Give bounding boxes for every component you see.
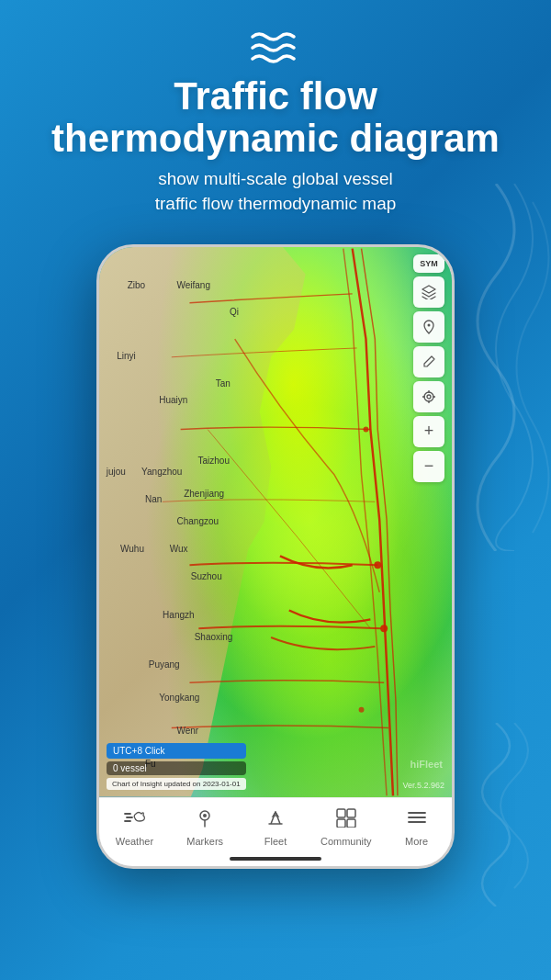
svg-point-0 [364,426,369,432]
wave-icon [248,28,303,68]
svg-rect-16 [337,809,345,817]
layers-button[interactable] [413,276,444,308]
location-button[interactable] [413,311,444,343]
city-weifang: Weifang [176,280,210,290]
city-yongkang: Yongkang [159,693,199,703]
nav-item-fleet[interactable]: Fleet [241,807,311,847]
chart-info-label: Chart of Insight updated on 2023-01-01 [107,778,246,790]
city-puyang: Puyang [149,659,180,670]
page-title-line1: Traffic flow [18,75,533,118]
city-nanjing: Nan [145,494,162,504]
weather-icon [123,807,145,833]
city-wuhu: Wuhu [120,544,144,554]
nav-item-markers[interactable]: Markers [170,807,241,847]
bottom-nav: Weather Markers [99,797,452,866]
city-changzhou: Changzou [176,516,219,526]
nav-item-more[interactable]: More [381,807,452,847]
sym-button[interactable]: SYM [413,254,444,273]
zoom-out-button[interactable]: − [413,451,444,482]
svg-point-15 [203,814,207,817]
markers-label: Markers [186,836,223,847]
city-shaoxing: Shaoxing [195,632,233,642]
svg-point-2 [380,625,388,632]
weather-label: Weather [116,836,153,847]
zoom-in-button[interactable]: + [413,416,444,447]
city-huaiyin: Huaiyn [159,395,187,405]
more-label: More [405,836,428,847]
city-wenr: Wenr [176,726,198,736]
svg-point-5 [424,392,433,401]
nav-item-community[interactable]: Community [310,807,381,847]
header-section: Traffic flow thermodynamic diagram show … [0,0,551,235]
page-subtitle: show multi-scale global vesseltraffic fl… [18,167,533,216]
utc-button[interactable]: UTC+8 Click [107,743,246,759]
map-toolbar: SYM + − [413,254,444,482]
markers-icon [195,807,215,833]
city-taizhou: Taizhou [198,456,230,466]
map-bottom-bar: UTC+8 Click 0 vessel Chart of Insight up… [107,743,246,790]
home-indicator [230,857,321,861]
traffic-lines-svg [99,247,452,797]
vessel-count-label: 0 vessel [107,761,246,775]
svg-rect-18 [337,819,345,828]
target-button[interactable] [413,381,444,412]
city-yangzhou: Yangzhou [141,467,182,477]
city-wux: Wux [170,544,188,554]
page-title-line2: thermodynamic diagram [18,118,533,160]
city-suzhou: Suzhou [191,571,222,581]
city-tan: Tan [216,378,231,389]
svg-point-3 [359,706,365,712]
svg-rect-19 [347,819,355,828]
svg-rect-17 [347,809,355,817]
edit-button[interactable] [413,346,444,377]
community-label: Community [320,836,372,847]
phone-mockup: Zibo Weifang Qi Linyi Huaiyn Tan jujou Y… [0,244,551,869]
city-qi: Qi [230,307,239,317]
nav-item-weather[interactable]: Weather [99,807,170,847]
city-zhenjiang: Zhenjiang [184,489,224,499]
svg-point-1 [374,561,381,569]
phone-frame: Zibo Weifang Qi Linyi Huaiyn Tan jujou Y… [96,244,455,869]
hifleet-watermark: hiFleet [410,759,443,770]
more-icon [406,807,428,833]
svg-point-6 [427,395,431,399]
fleet-icon [263,807,288,833]
city-zibo: Zibo [128,280,145,290]
fleet-label: Fleet [264,836,287,847]
map-area[interactable]: Zibo Weifang Qi Linyi Huaiyn Tan jujou Y… [99,247,452,797]
community-icon [335,807,357,833]
city-linyi: Linyi [117,351,136,361]
version-label: Ver.5.2.962 [402,781,444,790]
svg-point-4 [428,323,431,326]
city-hangzh: Hangzh [163,610,194,620]
city-jujou: jujou [107,467,126,477]
